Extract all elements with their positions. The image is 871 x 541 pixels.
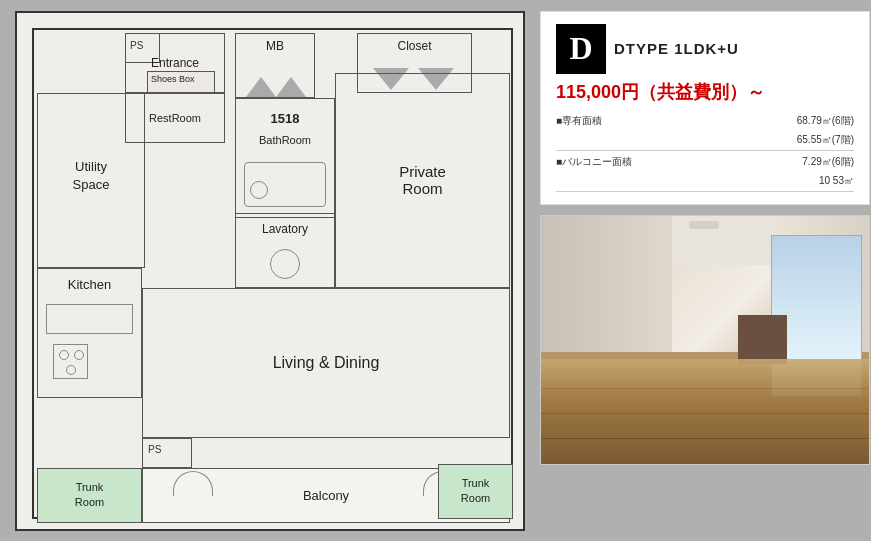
closet-label: Closet: [397, 39, 431, 53]
mb-arrow-1: [246, 77, 276, 97]
room-living-dining: Living & Dining: [142, 288, 510, 438]
room-bathroom: 1518 BathRoom: [235, 98, 335, 218]
bathroom-label: BathRoom: [259, 134, 311, 146]
right-panel: D DTYPE 1LDK+U 115,000円（共益費別）～ ■専有面積 68.…: [540, 11, 870, 531]
kitchen-stove: [53, 344, 88, 379]
room-photo: [540, 215, 870, 465]
area-row: ■専有面積 68.79㎡(6階) 65.55㎡(7階): [556, 112, 854, 151]
type-info-box: D DTYPE 1LDK+U 115,000円（共益費別）～ ■専有面積 68.…: [540, 11, 870, 205]
lavatory-label: Lavatory: [262, 222, 308, 236]
burner-3: [66, 365, 76, 375]
balcony-area-label: ■バルコニー面積: [556, 153, 632, 190]
type-name-container: DTYPE 1LDK+U: [614, 40, 739, 57]
burner-2: [74, 350, 84, 360]
room-kitchen: Kitchen: [37, 268, 142, 398]
lavatory-sink: [270, 249, 300, 279]
room-shoesbox: Shoes Box: [147, 71, 215, 93]
balcony-value-2: 10 53㎡: [819, 172, 854, 190]
area-label: ■専有面積: [556, 112, 602, 149]
trunk-left-label: TrunkRoom: [75, 480, 104, 511]
kitchen-counter: [46, 304, 133, 334]
room-utility: UtilitySpace: [37, 93, 145, 268]
mb-arrow-2: [276, 77, 306, 97]
ps-bottom-label: PS: [148, 444, 161, 455]
type-name: DTYPE 1LDK+U: [614, 40, 739, 57]
type-details: ■専有面積 68.79㎡(6階) 65.55㎡(7階) ■バルコニー面積 7.2…: [556, 112, 854, 192]
floor-line-3: [541, 388, 869, 389]
utility-label: UtilitySpace: [73, 158, 110, 194]
kitchen-label: Kitchen: [68, 277, 111, 292]
type-header: D DTYPE 1LDK+U: [556, 24, 854, 74]
bathroom-number: 1518: [271, 111, 300, 126]
area-value-2: 65.55㎡(7階): [797, 131, 854, 149]
photo-floor-overlay: [541, 359, 869, 463]
floor-line-2: [541, 413, 869, 414]
d-logo: D: [556, 24, 606, 74]
room-trunk-left: TrunkRoom: [37, 468, 142, 523]
entrance-label: Entrance: [151, 56, 199, 70]
floor-line-1: [541, 438, 869, 439]
private-room-label: Private Room: [379, 163, 466, 197]
mb-label: MB: [266, 39, 284, 53]
balcony-area-row: ■バルコニー面積 7.29㎡(6階) 10 53㎡: [556, 153, 854, 192]
room-private: Private Room: [335, 73, 510, 288]
floor-plan: PS Entrance Shoes Box MB Closet 1518 Bat…: [15, 11, 525, 531]
balcony-arc-1: [173, 471, 213, 496]
balcony-label: Balcony: [303, 488, 349, 503]
living-dining-label: Living & Dining: [273, 354, 380, 372]
area-value-1: 68.79㎡(6階): [797, 112, 854, 130]
main-container: PS Entrance Shoes Box MB Closet 1518 Bat…: [0, 0, 871, 541]
photo-light: [689, 221, 719, 229]
room-trunk-right: TrunkRoom: [438, 464, 513, 519]
balcony-value-1: 7.29㎡(6階): [802, 153, 854, 171]
room-lavatory: Lavatory: [235, 213, 335, 288]
shoesbox-label: Shoes Box: [151, 74, 195, 84]
room-ps-bottom: PS: [142, 438, 192, 468]
bathtub-drain: [250, 181, 268, 199]
room-mb: MB: [235, 33, 315, 98]
trunk-right-label: TrunkRoom: [461, 476, 490, 507]
burner-1: [59, 350, 69, 360]
photo-furniture: [738, 315, 787, 365]
type-price: 115,000円（共益費別）～: [556, 80, 854, 104]
restroom-label: RestRoom: [149, 112, 201, 124]
